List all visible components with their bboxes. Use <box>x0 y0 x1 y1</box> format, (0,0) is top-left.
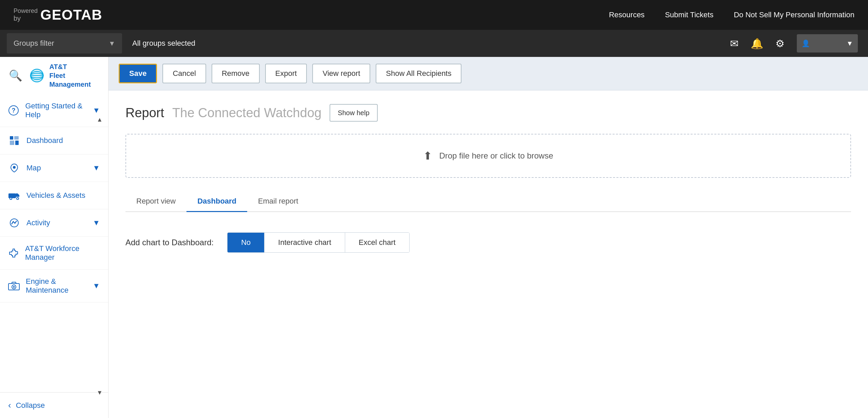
report-title-label: Report <box>125 106 164 120</box>
report-header: Report The Connected Watchdog Show help <box>125 104 851 122</box>
svg-point-16 <box>10 198 12 199</box>
cancel-button[interactable]: Cancel <box>162 64 206 83</box>
truck-icon <box>8 189 20 202</box>
sidebar-item-workforce[interactable]: AT&T Workforce Manager <box>0 237 108 270</box>
chart-option-interactive[interactable]: Interactive chart <box>264 233 345 252</box>
svg-marker-13 <box>16 193 19 197</box>
chevron-down-icon: ▼ <box>93 106 100 115</box>
activity-icon <box>8 217 20 229</box>
report-tabs: Report view Dashboard Email report <box>125 191 851 212</box>
report-area: Report The Connected Watchdog Show help … <box>108 90 868 418</box>
show-help-button[interactable]: Show help <box>330 104 377 122</box>
chevron-down-icon: ▼ <box>93 281 100 290</box>
remove-button[interactable]: Remove <box>212 64 260 83</box>
sidebar: 🔍 AT&T Fleet Management ▲ <box>0 57 108 418</box>
svg-rect-8 <box>14 136 19 140</box>
chart-option-no[interactable]: No <box>228 233 264 252</box>
dashboard-content: Add chart to Dashboard: No Interactive c… <box>125 226 851 259</box>
chevron-down-icon: ▼ <box>93 218 100 227</box>
svg-point-21 <box>13 286 15 288</box>
view-report-button[interactable]: View report <box>312 64 370 83</box>
save-button[interactable]: Save <box>119 64 157 83</box>
top-nav: Powered by GEOTAB Resources Submit Ticke… <box>0 0 868 30</box>
sidebar-item-vehicles[interactable]: Vehicles & Assets <box>0 182 108 209</box>
camera-icon <box>8 280 20 292</box>
gear-icon[interactable]: ⚙ <box>775 38 785 49</box>
svg-rect-9 <box>10 141 14 145</box>
all-groups-text: All groups selected <box>132 39 195 48</box>
upload-icon: ⬆ <box>423 149 432 162</box>
sidebar-brand-name: AT&T Fleet Management <box>50 62 99 89</box>
top-nav-links: Resources Submit Tickets Do Not Sell My … <box>609 11 854 19</box>
chevron-down-icon: ▼ <box>846 40 853 47</box>
dashboard-icon <box>8 134 20 147</box>
chevron-down-icon: ▼ <box>108 40 115 47</box>
svg-point-17 <box>17 198 18 199</box>
groups-filter-button[interactable]: Groups filter ▼ <box>7 33 122 54</box>
sidebar-item-engine[interactable]: Engine & Maintenance ▼ <box>0 270 108 302</box>
question-icon: ? <box>8 104 19 117</box>
chart-options: No Interactive chart Excel chart <box>227 232 409 253</box>
submit-tickets-link[interactable]: Submit Tickets <box>665 11 713 19</box>
svg-text:?: ? <box>12 107 16 114</box>
sidebar-item-dashboard[interactable]: Dashboard <box>0 127 108 154</box>
sidebar-item-label: Getting Started & Help <box>25 102 93 119</box>
geotab-logo: GEOTAB <box>40 7 102 23</box>
report-subtitle: The Connected Watchdog <box>172 106 321 120</box>
scroll-down-icon[interactable]: ▼ <box>95 388 105 398</box>
add-chart-row: Add chart to Dashboard: No Interactive c… <box>125 232 851 253</box>
tab-dashboard[interactable]: Dashboard <box>186 191 247 212</box>
svg-rect-12 <box>8 193 16 198</box>
svg-point-11 <box>13 166 16 169</box>
sidebar-top: 🔍 AT&T Fleet Management <box>0 57 108 94</box>
sidebar-item-activity[interactable]: Activity ▼ <box>0 209 108 237</box>
sidebar-logo: AT&T Fleet Management <box>26 60 103 91</box>
show-all-recipients-button[interactable]: Show All Recipients <box>376 64 461 83</box>
chart-option-excel[interactable]: Excel chart <box>345 233 409 252</box>
main-layout: 🔍 AT&T Fleet Management ▲ <box>0 57 868 418</box>
tab-report-view[interactable]: Report view <box>125 191 186 212</box>
content-area: Save Cancel Remove Export View report Sh… <box>108 57 868 418</box>
tab-email-report[interactable]: Email report <box>247 191 309 212</box>
top-icons: ✉ 🔔 ⚙ 👤 ▼ <box>730 34 858 53</box>
export-button[interactable]: Export <box>265 64 307 83</box>
scroll-up-icon[interactable]: ▲ <box>95 114 105 125</box>
svg-rect-10 <box>15 141 19 145</box>
att-logo-icon <box>29 66 45 85</box>
collapse-label: Collapse <box>16 401 45 410</box>
file-drop-zone[interactable]: ⬆ Drop file here or click to browse <box>125 134 851 178</box>
do-not-sell-link[interactable]: Do Not Sell My Personal Information <box>734 11 854 19</box>
groups-filter-label: Groups filter <box>14 39 54 48</box>
sidebar-item-label: Vehicles & Assets <box>26 191 85 200</box>
collapse-left-arrow-icon: ‹ <box>8 400 11 411</box>
sidebar-item-map[interactable]: Map ▼ <box>0 154 108 182</box>
sidebar-collapse-button[interactable]: ‹ Collapse <box>0 392 108 418</box>
sidebar-item-label: Activity <box>26 218 50 227</box>
user-icon: 👤 <box>802 39 810 47</box>
mail-icon[interactable]: ✉ <box>730 38 738 49</box>
sidebar-item-label: Engine & Maintenance <box>26 277 93 295</box>
sidebar-item-label: AT&T Workforce Manager <box>25 244 100 262</box>
svg-rect-7 <box>10 136 13 140</box>
resources-link[interactable]: Resources <box>609 11 645 19</box>
sidebar-items: ? Getting Started & Help ▼ <box>0 94 108 392</box>
puzzle-icon <box>8 247 19 259</box>
drop-zone-text: Drop file here or click to browse <box>439 151 553 161</box>
toolbar: Save Cancel Remove Export View report Sh… <box>108 57 868 90</box>
bell-icon[interactable]: 🔔 <box>751 38 763 49</box>
add-chart-label: Add chart to Dashboard: <box>125 238 214 247</box>
sidebar-item-label: Map <box>26 164 41 172</box>
powered-by-text: Powered by <box>14 8 38 22</box>
search-icon[interactable]: 🔍 <box>5 66 26 85</box>
sidebar-item-getting-started[interactable]: ? Getting Started & Help ▼ <box>0 94 108 127</box>
user-menu-button[interactable]: 👤 ▼ <box>797 34 858 53</box>
groups-bar: Groups filter ▼ All groups selected ✉ 🔔 … <box>0 30 868 57</box>
chevron-down-icon: ▼ <box>93 164 100 172</box>
sidebar-item-label: Dashboard <box>26 136 63 145</box>
map-icon <box>8 162 20 174</box>
logo-area: Powered by GEOTAB <box>14 7 102 23</box>
